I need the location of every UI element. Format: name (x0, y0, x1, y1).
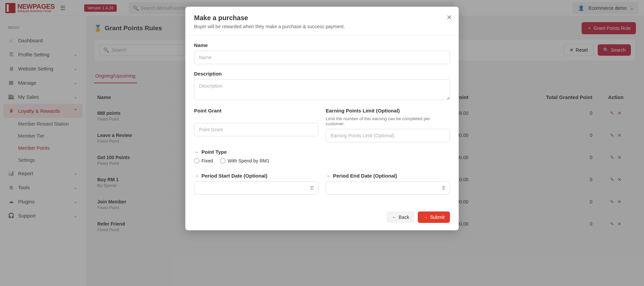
radio-with-spend-input[interactable] (220, 158, 226, 163)
modal-title: Make a purchase (194, 14, 450, 22)
start-date-label: Period Start Date (Optional) (202, 173, 268, 179)
earning-limit-input[interactable] (326, 129, 450, 142)
name-label: Name (194, 42, 450, 48)
point-type-label: Point Type (202, 149, 227, 155)
arrow-left-icon: ← (392, 214, 397, 220)
submit-button[interactable]: → Submit (418, 211, 450, 223)
back-button-label: Back (399, 214, 409, 220)
end-date-input[interactable] (326, 181, 450, 195)
point-grant-label: Point Grant (194, 108, 319, 113)
earning-limit-label: Earning Points Limit (Optional) (326, 108, 450, 113)
radio-fixed-input[interactable] (194, 158, 200, 163)
arrow-right-icon: → (194, 149, 199, 155)
point-grant-input[interactable] (194, 123, 319, 136)
radio-with-spend-label: With Spend by RM1 (228, 158, 270, 163)
start-date-input[interactable] (194, 181, 319, 195)
arrow-right-icon: → (194, 173, 199, 179)
make-purchase-modal: Make a purchase Buyer will be rewarded w… (185, 7, 459, 230)
modal-subtitle: Buyer will be rewarded when they make a … (194, 24, 450, 29)
name-input[interactable] (194, 51, 450, 64)
description-textarea[interactable] (194, 79, 450, 100)
radio-with-spend[interactable]: With Spend by RM1 (220, 158, 270, 163)
earning-limit-hint: Limit the number of this earning can be … (326, 116, 450, 126)
description-label: Description (194, 71, 450, 77)
submit-button-label: Submit (430, 214, 445, 220)
close-icon: ✕ (446, 14, 452, 21)
radio-fixed[interactable]: Fixed (194, 158, 213, 163)
back-button[interactable]: ← Back (387, 211, 415, 223)
arrow-right-icon: → (326, 173, 330, 179)
end-date-label: Period End Date (Optional) (333, 173, 397, 179)
arrow-right-icon: → (423, 214, 428, 220)
radio-fixed-label: Fixed (202, 158, 213, 163)
modal-close-button[interactable]: ✕ (446, 13, 452, 21)
